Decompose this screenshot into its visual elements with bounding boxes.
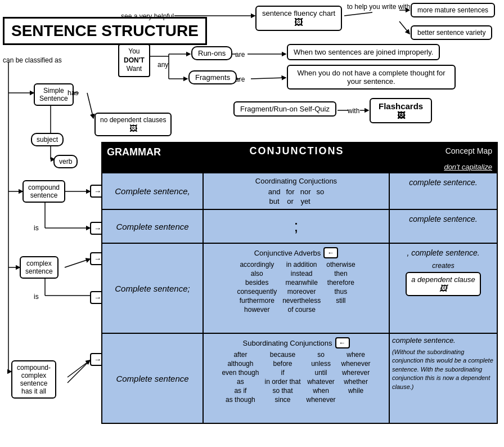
see-helpful-label: see a very helpful [121,12,174,20]
joined-box: When two sentences are joined improperly… [287,44,440,60]
row2-middle: ; [204,210,390,243]
any-label: any [158,61,168,69]
row3-middle: Conjunctive Adverbs ← accordingly also b… [204,244,390,333]
arrow-left-btn-1[interactable]: ← [323,247,338,258]
selfquiz-box[interactable]: Fragment/Run-on Self-Quiz [233,101,336,117]
fluency-chart-label: sentence fluency chart [262,9,335,17]
is-label-2: is [34,293,39,301]
with-label: with [348,107,359,115]
compound-sentence-box: compound sentence [22,180,65,203]
arrow-left-btn-2[interactable]: ← [335,337,350,348]
row1-right: complete sentence. [390,173,497,209]
row4-left: Complete sentence [102,334,204,423]
dont-want-box: You DON'T Want [118,44,150,77]
row3-right: , complete sentence. creates a dependent… [390,244,497,333]
svg-line-39 [68,360,90,383]
row1-left: Complete sentence, [102,173,204,209]
row4-middle: Subordinating Conjunctions ← after altho… [204,334,390,423]
verb-box: verb [53,155,78,168]
conjunctive-adverb-title: Conjunctive Adverbs [254,249,321,257]
subject-box: subject [31,133,64,146]
row4-right: complete sentence. (Without the subordin… [390,334,497,423]
dep-clause-box: a dependent clause 🖼 [406,272,480,296]
dont-capitalize-label: don't capitalize [102,162,497,172]
no-dep-box: no dependent clauses 🖼 [94,113,172,136]
classified-label: can be classified as [3,56,62,64]
svg-line-1 [344,12,372,16]
no-dep-icon: 🖼 [100,124,166,133]
are2-label: are [235,75,245,83]
svg-line-24 [87,93,93,118]
flashcards-box[interactable]: Flashcards 🖼 [370,98,432,123]
svg-line-3 [399,21,410,34]
row2-right: complete sentence. [390,210,497,243]
conjunctions-header: CONJUNCTIONS [204,145,390,159]
row2-left: Complete sentence [102,210,204,243]
has-label: has [68,89,78,97]
svg-line-12 [251,78,286,79]
compound-complex-box: compound- complex sentence has it all [11,360,56,399]
is-label-1: is [34,224,39,232]
to-help-label: to help you write with [347,3,410,11]
runons-box: Run-ons [191,46,232,60]
grammar-table: GRAMMAR CONJUNCTIONS Concept Map don't c… [101,142,498,424]
svg-line-32 [65,259,90,267]
mature-sentences-box: more mature sentences [411,3,495,17]
grammar-header: GRAMMAR [102,145,204,159]
subordinating-title: Subordinating Conjunctions [243,339,332,347]
coordinating-title: Coordinating Conjuctions [208,177,384,185]
fluency-chart-icon: 🖼 [262,17,335,28]
fragments-box: Fragments [188,70,237,84]
variety-box: better sentence variety [411,25,492,40]
flashcards-icon: 🖼 [379,111,423,120]
fluency-chart-box[interactable]: sentence fluency chart 🖼 [255,6,342,31]
svg-line-38 [68,360,90,377]
concept-map-header: Concept Map [390,145,497,159]
row1-middle: Coordinating Conjuctions and but for or … [204,173,390,209]
row3-left: Complete sentence; [102,244,204,333]
page-title: SENTENCE STRUCTURE [3,17,207,45]
are1-label: are [235,51,245,59]
complex-sentence-box: complex sentence [20,256,58,279]
fragment-desc-box: When you do not have a complete thought … [287,65,456,90]
